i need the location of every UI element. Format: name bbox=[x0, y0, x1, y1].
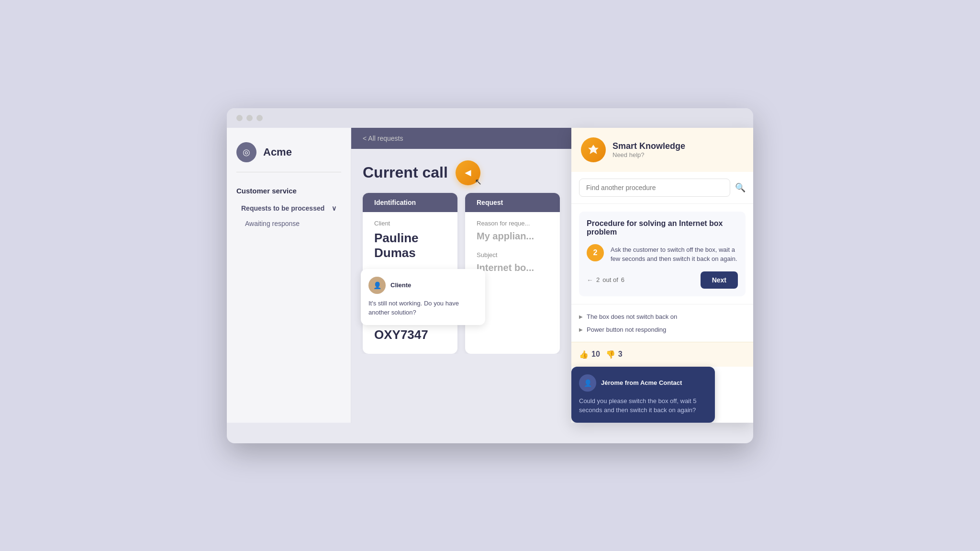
titlebar bbox=[227, 108, 753, 128]
main-area: < All requests Current call ◄ ↖ Identifi… bbox=[351, 128, 571, 354]
reason-value: My applian... bbox=[477, 231, 548, 242]
nav-back-icon[interactable]: ← bbox=[587, 276, 593, 284]
smart-subtitle: Need help? bbox=[612, 151, 685, 158]
procedure-title: Procedure for solving an Internet box pr… bbox=[587, 219, 738, 236]
nav-total: 6 bbox=[621, 276, 624, 283]
troubleshoot-list: The box does not switch back on Power bu… bbox=[571, 304, 753, 342]
sidebar-item-awaiting[interactable]: Awaiting response bbox=[236, 216, 341, 231]
subject-value: Internet bo... bbox=[477, 262, 548, 273]
subject-label: Subject bbox=[477, 251, 548, 259]
sidebar-item-requests[interactable]: Requests to be processed ∨ bbox=[236, 201, 341, 216]
search-input[interactable] bbox=[579, 179, 730, 197]
troubleshoot-item-1[interactable]: The box does not switch back on bbox=[579, 310, 746, 323]
search-button[interactable]: 🔍 bbox=[735, 182, 746, 193]
agent-chat-bubble: 👤 Jérome from Acme Contact Could you ple… bbox=[571, 367, 715, 423]
logo-text: Acme bbox=[263, 146, 292, 158]
page-header: Current call ◄ ↖ bbox=[351, 149, 571, 193]
smart-knowledge-panel: Smart Knowledge Need help? 🔍 Procedure f… bbox=[571, 128, 753, 423]
top-bar: < All requests bbox=[351, 128, 571, 149]
sidebar: ◎ Acme Customer service Requests to be p… bbox=[227, 128, 351, 423]
traffic-light-close[interactable] bbox=[236, 115, 243, 121]
sidebar-logo: ◎ Acme bbox=[236, 142, 341, 172]
smart-title: Smart Knowledge bbox=[612, 141, 685, 151]
nav-out-of: out of bbox=[602, 276, 618, 283]
navigation-row: ← 2 out of 6 Next bbox=[587, 271, 738, 289]
request-header: Request bbox=[465, 193, 560, 212]
agent-name: Jérome from Acme Contact bbox=[601, 379, 682, 386]
nav-counter: ← 2 out of 6 bbox=[587, 276, 624, 284]
chevron-icon: ∨ bbox=[332, 204, 336, 212]
dislike-button[interactable]: 👎 3 bbox=[606, 350, 623, 359]
traffic-light-expand[interactable] bbox=[256, 115, 263, 121]
step-text: Ask the customer to switch off the box, … bbox=[611, 244, 738, 264]
file-value: OXY7347 bbox=[374, 327, 446, 342]
reason-label: Reason for reque... bbox=[477, 220, 548, 227]
nav-current: 2 bbox=[596, 276, 600, 283]
cursor-icon: ↖ bbox=[475, 177, 482, 187]
page-title: Current call bbox=[363, 164, 448, 181]
smart-knowledge-icon bbox=[581, 137, 606, 162]
feedback-row: 👍 10 👎 3 bbox=[571, 342, 753, 367]
search-area: 🔍 bbox=[571, 172, 753, 204]
client-name: Cliente bbox=[390, 281, 411, 289]
troubleshoot-item-2[interactable]: Power button not responding bbox=[579, 323, 746, 336]
browser-window: ◎ Acme Customer service Requests to be p… bbox=[227, 108, 753, 443]
step-row: 2 Ask the customer to switch off the box… bbox=[587, 244, 738, 264]
like-button[interactable]: 👍 10 bbox=[579, 350, 600, 359]
smart-knowledge-button[interactable]: ◄ ↖ bbox=[456, 160, 480, 185]
back-button[interactable]: < All requests bbox=[363, 135, 403, 142]
sidebar-section: Customer service Requests to be processe… bbox=[236, 187, 341, 231]
client-avatar: 👤 bbox=[368, 277, 386, 294]
client-chat-bubble: 👤 Cliente It's still not working. Do you… bbox=[361, 269, 485, 325]
next-button[interactable]: Next bbox=[701, 271, 738, 289]
traffic-light-minimize[interactable] bbox=[246, 115, 253, 121]
sidebar-section-title: Customer service bbox=[236, 187, 341, 195]
client-avatar-row: 👤 Cliente bbox=[368, 277, 478, 294]
client-message: It's still not working. Do you have anot… bbox=[368, 299, 478, 317]
agent-avatar: 👤 bbox=[579, 374, 596, 392]
client-value: Pauline Dumas bbox=[374, 231, 446, 260]
agent-message: Could you please switch the box off, wai… bbox=[579, 396, 707, 415]
browser-content: ◎ Acme Customer service Requests to be p… bbox=[227, 128, 753, 423]
logo-icon: ◎ bbox=[236, 142, 256, 162]
client-label: Client bbox=[374, 220, 446, 227]
smart-panel-header: Smart Knowledge Need help? bbox=[571, 128, 753, 172]
step-number: 2 bbox=[587, 244, 604, 261]
agent-avatar-row: 👤 Jérome from Acme Contact bbox=[579, 374, 707, 392]
procedure-card: Procedure for solving an Internet box pr… bbox=[579, 212, 746, 296]
identification-header: Identification bbox=[363, 193, 457, 212]
